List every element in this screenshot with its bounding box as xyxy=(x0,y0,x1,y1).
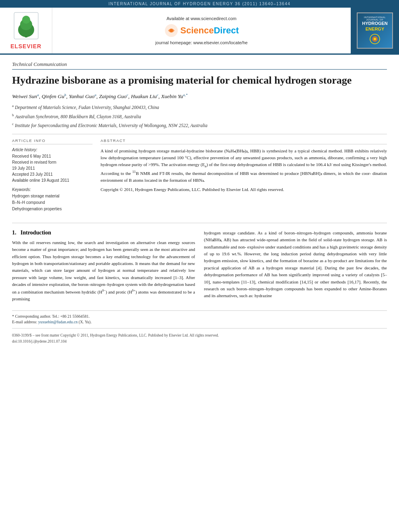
main-article-body: 1. Introduction With the oil reserves ru… xyxy=(12,230,387,302)
banner-text: International Journal of Hydrogen Energy… xyxy=(109,2,291,6)
accepted-date: Accepted 23 July 2011 xyxy=(12,171,93,177)
page-header: ELSEVIER Available at www.sciencedirect.… xyxy=(0,8,399,55)
intro-column-left: 1. Introduction With the oil reserves ru… xyxy=(12,230,195,302)
history-label: Article history: xyxy=(12,148,93,152)
available-online-date: Available online 19 August 2011 xyxy=(12,177,93,183)
affiliation-a: a Department of Materials Science, Fudan… xyxy=(12,103,387,111)
sciencedirect-icon xyxy=(164,23,179,38)
journal-cover-energy: ENERGY xyxy=(366,27,384,31)
available-at: Available at www.sciencedirect.com xyxy=(167,16,237,21)
article-type-text: Technical Communication xyxy=(12,61,67,67)
affiliation-c: c Institute for Superconducting and Elec… xyxy=(12,121,387,129)
keyword-3: Dehydrogenation properties xyxy=(12,206,93,212)
abstract-text-content: A kind of promising hydrogen storage mat… xyxy=(101,148,387,183)
intro-section-num: 1. xyxy=(12,230,16,236)
keywords-group: Keywords: Hydrogen storage material B–N–… xyxy=(12,187,93,212)
svg-point-9 xyxy=(374,38,376,40)
affiliations: a Department of Materials Science, Fudan… xyxy=(12,103,387,129)
journal-cover-container: INTERNATIONAL JOURNAL OF HYDROGEN ENERGY xyxy=(351,8,399,53)
article-type-label: Technical Communication xyxy=(12,61,387,70)
intro-paragraph-2: hydrogen storage candidate. As a kind of… xyxy=(204,230,387,300)
main-two-column: 1. Introduction With the oil reserves ru… xyxy=(12,230,387,302)
elsevier-wordmark: ELSEVIER xyxy=(10,43,41,49)
email-label: E-mail address: xyxy=(12,320,37,324)
issn-text: 0360-3199/$ – see front matter Copyright… xyxy=(12,333,219,337)
journal-banner: International Journal of Hydrogen Energy… xyxy=(0,0,399,8)
keyword-1: Hydrogen storage material xyxy=(12,193,93,199)
email-person: (X. Yu). xyxy=(79,320,92,324)
journal-homepage: journal homepage: www.elsevier.com/locat… xyxy=(155,40,247,45)
intro-paragraph-1: With the oil reserves running low, the s… xyxy=(12,239,195,302)
svg-point-6 xyxy=(170,29,173,32)
received-date: Received 6 May 2011 xyxy=(12,153,93,159)
revised-label: Received in revised form xyxy=(12,159,93,165)
journal-cover: INTERNATIONAL JOURNAL OF HYDROGEN ENERGY xyxy=(357,12,393,49)
info-abstract-section: Article Info Article history: Received 6… xyxy=(12,138,387,216)
abstract-copyright: Copyright © 2011, Hydrogen Energy Public… xyxy=(101,186,387,193)
authors-line: Weiwei Suna, Qinfen Gub, Yanhui Guoa, Za… xyxy=(12,93,387,100)
revised-date: 19 July 2011 xyxy=(12,165,93,171)
abstract-header: Abstract xyxy=(101,138,387,144)
journal-cover-intl: INTERNATIONAL JOURNAL OF xyxy=(358,16,392,21)
corresponding-label: * Corresponding author. xyxy=(12,314,51,318)
journal-cover-hydrogen: HYDROGEN xyxy=(362,21,388,26)
keyword-2: B–N–H compound xyxy=(12,199,93,206)
footer-bar: 0360-3199/$ – see front matter Copyright… xyxy=(12,333,387,345)
copyright-text: Copyright © 2011, Hydrogen Energy Public… xyxy=(101,187,284,192)
header-center: Available at www.sciencedirect.com Scien… xyxy=(52,8,351,53)
article-history-group: Article history: Received 6 May 2011 Rec… xyxy=(12,148,93,183)
abstract-body: A kind of promising hydrogen storage mat… xyxy=(101,148,387,193)
article-title: Hydrazine bisborane as a promising mater… xyxy=(12,74,387,87)
footer-divider xyxy=(12,328,387,329)
elsevier-logo-container: ELSEVIER xyxy=(0,8,52,53)
page-content: Technical Communication Hydrazine bisbor… xyxy=(0,55,399,353)
svg-point-3 xyxy=(22,16,30,24)
page-footer: * Corresponding author. Tel.: +86 21 556… xyxy=(12,310,387,345)
sciencedirect-wordmark: ScienceDirect xyxy=(180,25,239,36)
journal-cover-icon xyxy=(369,33,381,45)
article-info-header: Article Info xyxy=(12,138,93,144)
section-divider-1 xyxy=(12,134,387,134)
keywords-label: Keywords: xyxy=(12,187,93,192)
intro-section-title: 1. Introduction xyxy=(12,230,195,236)
intro-section-name: Introduction xyxy=(21,230,51,236)
email-link[interactable]: yuxuebin@fudan.edu.cn xyxy=(38,320,78,324)
intro-column-right: hydrogen storage candidate. As a kind of… xyxy=(204,230,387,302)
doi-text: doi:10.1016/j.ijhydene.2011.07.104 xyxy=(12,339,67,343)
affiliation-b: b Australian Synchrotron, 800 Blackburn … xyxy=(12,112,387,120)
sciencedirect-logo: ScienceDirect xyxy=(164,23,239,38)
email-footnote: E-mail address: yuxuebin@fudan.edu.cn (X… xyxy=(12,320,387,324)
tel-number: Tel.: +86 21 55664581. xyxy=(52,314,90,318)
elsevier-tree-icon xyxy=(12,12,40,40)
elsevier-logo: ELSEVIER xyxy=(10,12,41,49)
section-divider-2 xyxy=(12,223,387,223)
authors-text: Weiwei Suna, Qinfen Gub, Yanhui Guoa, Za… xyxy=(12,93,187,99)
corresponding-author-footnote: * Corresponding author. Tel.: +86 21 556… xyxy=(12,314,387,318)
article-info-column: Article Info Article history: Received 6… xyxy=(12,138,93,216)
abstract-column: Abstract A kind of promising hydrogen st… xyxy=(101,138,387,216)
